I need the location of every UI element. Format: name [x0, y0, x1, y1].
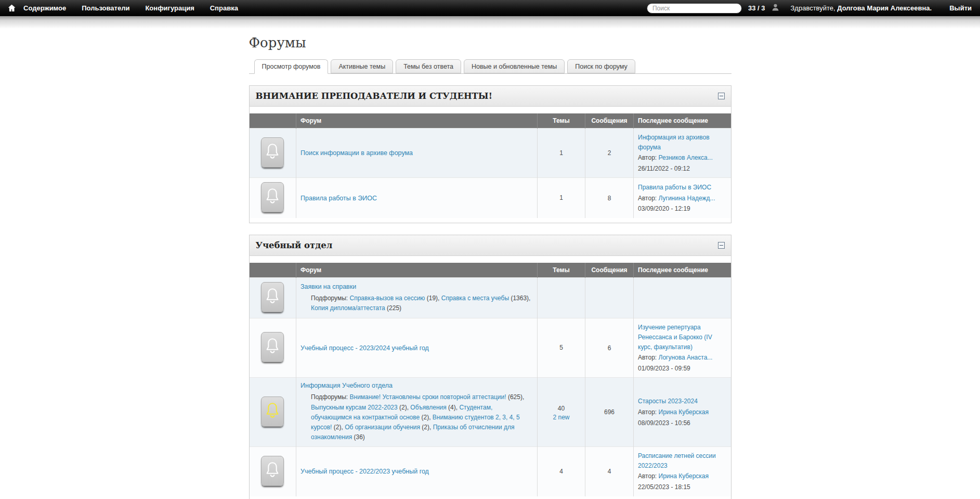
toolbar-menu-item[interactable]: Конфигурация	[145, 4, 194, 12]
section-title: ВНИМАНИЕ ПРЕПОДАВАТЕЛИ И СТУДЕНТЫ!	[256, 91, 492, 101]
last-post-cell	[634, 278, 731, 318]
forum-link[interactable]: Информация Учебного отдела	[300, 382, 393, 389]
tab[interactable]: Темы без ответа	[396, 59, 461, 73]
last-post-author-line: Автор: Ирина Куберская	[638, 471, 727, 481]
forum-table: ФорумТемыСообщенияПоследнее сообщениеПои…	[250, 113, 731, 218]
forum-link[interactable]: Учебный процесс - 2022/2023 учебный год	[300, 468, 429, 475]
last-post-cell: Информация из архивов форумаАвтор: Резни…	[634, 129, 731, 178]
forum-link[interactable]: Учебный процесс - 2023/2024 учебный год	[300, 344, 429, 352]
author-link[interactable]: Логунова Анаста...	[659, 354, 713, 361]
home-icon[interactable]	[7, 4, 16, 12]
forum-icon-cell	[250, 178, 296, 219]
last-post-link[interactable]: Изучение репертуара Ренессанса и Барокко…	[638, 324, 712, 350]
last-post-title-line: Информация из архивов форума	[638, 133, 727, 152]
header-forum: Форум	[296, 113, 538, 129]
toolbar-menu-item[interactable]: Содержимое	[23, 4, 66, 12]
last-post-link[interactable]: Информация из архивов форума	[638, 134, 710, 151]
online-counter: 33 / 3	[748, 4, 765, 12]
table-row: Заявки на справкиПодфорумы: Справка-вызо…	[250, 278, 731, 318]
subforum-count: (2),	[398, 404, 411, 411]
header-row: ФорумТемыСообщенияПоследнее сообщение	[250, 263, 731, 278]
last-post-author-line: Автор: Логунова Анаста...	[638, 353, 727, 363]
tab[interactable]: Новые и обновленные темы	[464, 59, 565, 73]
greeting: Здравствуйте, Долгова Мария Алексеевна.	[790, 4, 932, 12]
forum-section: ВНИМАНИЕ ПРЕПОДАВАТЕЛИ И СТУДЕНТЫ!ФорумТ…	[249, 85, 731, 223]
search-input[interactable]	[647, 3, 742, 14]
forum-sections: ВНИМАНИЕ ПРЕПОДАВАТЕЛИ И СТУДЕНТЫ!ФорумТ…	[249, 85, 731, 499]
toolbar-menu-item[interactable]: Справка	[210, 4, 238, 12]
header-row: ФорумТемыСообщенияПоследнее сообщение	[250, 113, 731, 129]
last-post-author-line: Автор: Ирина Куберская	[638, 407, 727, 417]
forum-link[interactable]: Поиск информации в архиве форума	[300, 149, 413, 157]
tab[interactable]: Поиск по форуму	[567, 59, 635, 73]
last-post-date: 01/09/2023 - 09:59	[638, 364, 727, 374]
last-post-date: 22/05/2023 - 18:15	[638, 482, 727, 492]
collapse-icon[interactable]	[718, 93, 725, 99]
header-last-post: Последнее сообщение	[634, 263, 731, 278]
forum-link[interactable]: Правила работы в ЭИОС	[300, 195, 377, 202]
subforum-count: (225)	[385, 304, 401, 312]
last-post-link[interactable]: Расписание летней сессии 2022/2023	[638, 452, 716, 469]
last-post-author-line: Автор: Резников Алекса...	[638, 153, 727, 163]
subforum-list: Подфорумы: Внимание! Установлены сроки п…	[300, 392, 533, 442]
subforum-link[interactable]: Внимание! Установлены сроки повторной ат…	[350, 393, 506, 401]
topics-count: 1	[542, 148, 581, 158]
last-post-link[interactable]: Правила работы в ЭИОС	[638, 184, 711, 191]
section-title: Учебный отдел	[256, 240, 333, 250]
subforums-label: Подфорумы:	[311, 295, 350, 302]
author-link[interactable]: Лугинина Надежд...	[659, 195, 715, 202]
table-body: Поиск информации в архиве форума12Информ…	[250, 129, 731, 219]
section-header: ВНИМАНИЕ ПРЕПОДАВАТЕЛИ И СТУДЕНТЫ!	[250, 86, 731, 107]
subforum-link[interactable]: Выпускным курсам 2022-2023	[311, 404, 398, 411]
last-post-date: 26/11/2022 - 09:12	[638, 164, 727, 174]
subforum-count: (2),	[420, 424, 433, 431]
user-icon	[771, 3, 780, 14]
logout-link[interactable]: Выйти	[949, 4, 972, 12]
forum-icon-cell	[250, 318, 296, 378]
forum-link[interactable]: Заявки на справки	[300, 283, 356, 290]
bell-new-icon	[261, 396, 284, 427]
page-title: Форумы	[249, 35, 731, 50]
subforum-count: (19),	[425, 295, 441, 302]
last-post-cell: Старосты 2023-2024Автор: Ирина Куберская…	[634, 378, 731, 447]
author-link[interactable]: Резников Алекса...	[659, 154, 713, 161]
table-row: Информация Учебного отделаПодфорумы: Вни…	[250, 378, 731, 447]
author-link[interactable]: Ирина Куберская	[659, 408, 709, 416]
subforum-link[interactable]: Об организации обучения	[345, 424, 420, 431]
header-posts: Сообщения	[585, 113, 634, 129]
table-head: ФорумТемыСообщенияПоследнее сообщение	[250, 113, 731, 129]
last-post-link[interactable]: Старосты 2023-2024	[638, 398, 698, 405]
minus-glyph	[720, 245, 723, 246]
toolbar-menu-item[interactable]: Пользователи	[82, 4, 129, 12]
topics-count: 1	[542, 193, 581, 203]
collapse-icon[interactable]	[718, 242, 725, 249]
last-post-author-line: Автор: Лугинина Надежд...	[638, 194, 727, 203]
subforum-link[interactable]: Объявления	[410, 404, 446, 411]
subforum-link[interactable]: Копия диплома/аттестата	[311, 304, 385, 312]
author-label: Автор:	[638, 408, 659, 416]
subforum-count: (1363),	[509, 295, 530, 302]
author-label: Автор:	[638, 195, 659, 202]
subforum-link[interactable]: Справка-вызов на сессию	[350, 295, 425, 302]
header-posts: Сообщения	[585, 263, 634, 278]
forum-icon-cell	[250, 378, 296, 447]
toolbar-right: 33 / 3 Здравствуйте, Долгова Мария Алекс…	[647, 3, 975, 14]
table-row: Правила работы в ЭИОС18Правила работы в …	[250, 178, 731, 219]
subforum-link[interactable]: Справка с места учебы	[441, 295, 509, 302]
bell-default-icon	[261, 282, 284, 312]
header-icon-col	[250, 113, 296, 129]
bell-default-icon	[261, 137, 284, 168]
last-post-cell: Правила работы в ЭИОСАвтор: Лугинина Над…	[634, 178, 731, 219]
tab[interactable]: Просмотр форумов	[254, 59, 329, 74]
forum-section: Учебный отделФорумТемыСообщенияПоследнее…	[249, 235, 731, 499]
subforum-count: (625),	[506, 393, 525, 401]
topics-cell: 1	[538, 129, 585, 178]
tab[interactable]: Активные темы	[331, 59, 393, 73]
topics-count: 40	[542, 404, 581, 414]
table-head: ФорумТемыСообщенияПоследнее сообщение	[250, 263, 731, 278]
topics-cell	[538, 278, 585, 318]
posts-cell: 696	[585, 378, 634, 447]
new-topics-link[interactable]: 2 new	[553, 414, 569, 421]
author-link[interactable]: Ирина Куберская	[659, 472, 709, 480]
subforums-label: Подфорумы:	[311, 393, 350, 401]
